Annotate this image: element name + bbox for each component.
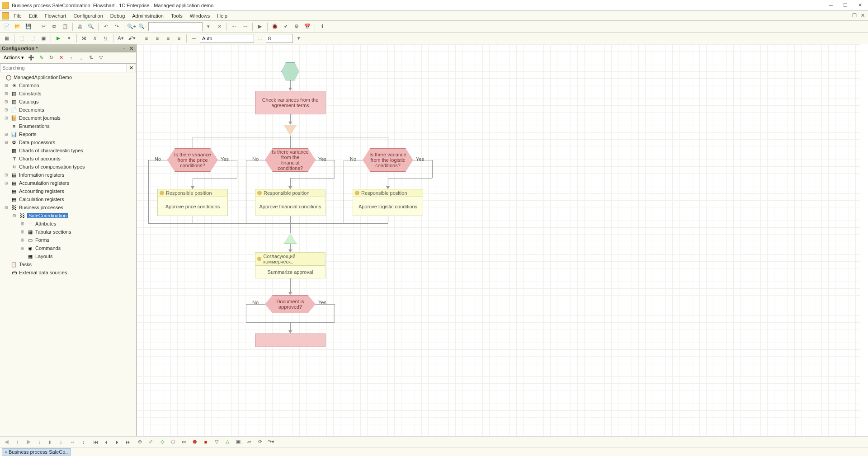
delete-icon[interactable]: ✕ <box>57 53 66 62</box>
flowchart-task-approve-logistic[interactable]: Responsible position Approve logistic co… <box>353 189 423 216</box>
bold-icon[interactable]: Ж <box>79 33 89 43</box>
flowchart-split[interactable] <box>283 125 297 136</box>
flowchart-activity-bottom[interactable] <box>255 334 326 347</box>
play-icon[interactable]: ▶ <box>53 33 63 43</box>
tree-item-external-sources[interactable]: 🗃External data sources <box>0 268 136 277</box>
copy-icon[interactable]: ⧉ <box>49 22 59 32</box>
subprocess-shape-icon[interactable]: ▣ <box>233 437 243 447</box>
calendar-icon[interactable]: 📅 <box>302 22 312 32</box>
tree-item-charts-accounts[interactable]: ₸Charts of accounts <box>0 155 136 163</box>
menu-help[interactable]: Help <box>213 12 231 19</box>
move-down-icon[interactable]: ↓ <box>76 53 85 62</box>
app-menu-icon[interactable] <box>2 12 9 19</box>
edit-pencil-icon[interactable]: ✎ <box>37 53 46 62</box>
panel-options-icon[interactable]: ▫ <box>121 45 127 52</box>
menu-flowchart[interactable]: Flowchart <box>41 12 70 19</box>
search-clear-icon[interactable]: ✕ <box>214 22 224 32</box>
add-icon[interactable]: ➕ <box>27 53 36 62</box>
search-dropdown-icon[interactable]: ▾ <box>203 22 213 32</box>
tree-item-documents[interactable]: ⊞📄Documents <box>0 106 136 114</box>
tree-bp-tabular[interactable]: ⊞▦Tabular sections <box>0 228 136 236</box>
tree-bp-commands[interactable]: ⊞◉Commands <box>0 244 136 252</box>
tree-item-catalogs[interactable]: ⊞▥Catalogs <box>0 98 136 106</box>
menu-edit[interactable]: Edit <box>25 12 41 19</box>
underline-icon[interactable]: Ч <box>101 33 111 43</box>
skip-forward-icon[interactable]: ⏭ <box>123 437 133 447</box>
tree-item-accounting-registers[interactable]: ▤Accounting registers <box>0 187 136 195</box>
tree-item-tasks[interactable]: 📋Tasks <box>0 260 136 268</box>
nav-back-icon[interactable]: ⤺ <box>229 22 239 32</box>
tree-bp-attributes[interactable]: ⊞─Attributes <box>0 220 136 228</box>
mdi-minimize-icon[interactable]: ─ <box>843 12 850 19</box>
tree-bp-layouts[interactable]: ▦Layouts <box>0 252 136 260</box>
collapse-icon[interactable]: ⊟ <box>4 205 9 210</box>
tree-item-reports[interactable]: ⊞📊Reports <box>0 130 136 138</box>
save-icon[interactable]: 💾 <box>24 22 33 32</box>
align-bottom-icon[interactable]: ⫶ <box>56 437 66 447</box>
zoom-out-icon[interactable]: 🔍- <box>137 22 147 32</box>
italic-icon[interactable]: К <box>90 33 100 43</box>
line-width-combo[interactable]: Auto <box>200 34 254 43</box>
find-icon[interactable]: 🔍 <box>86 22 96 32</box>
menu-administration[interactable]: Administration <box>128 12 167 19</box>
search-clear-button[interactable]: ✕ <box>127 63 136 72</box>
font-size-combo[interactable]: 8 <box>266 34 293 43</box>
play-dropdown-icon[interactable]: ▾ <box>64 33 74 43</box>
tree-item-char-types[interactable]: ▦Charts of characteristic types <box>0 146 136 155</box>
menu-tools[interactable]: Tools <box>167 12 186 19</box>
refresh-icon[interactable]: ↻ <box>47 53 56 62</box>
flowchart-decision-approved[interactable]: Document is approved? <box>265 295 316 313</box>
align-center-icon[interactable]: ≡ <box>152 33 162 43</box>
tree-bp-forms[interactable]: ⊞▭Forms <box>0 236 136 244</box>
flowchart-decision-logistic[interactable]: Is there variance from the logistic cond… <box>363 148 413 172</box>
menu-windows[interactable]: Windows <box>186 12 214 19</box>
minimize-button[interactable]: ─ <box>825 1 837 9</box>
close-button[interactable]: ✕ <box>854 1 866 9</box>
mdi-close-icon[interactable]: ✕ <box>859 12 866 19</box>
condition-shape-icon[interactable]: ⬣ <box>190 437 200 447</box>
nav-forward-icon[interactable]: ⤻ <box>240 22 250 32</box>
flowchart-decision-financial[interactable]: Is there variance from the financial con… <box>265 148 316 172</box>
search-input[interactable] <box>148 22 203 31</box>
align-top-icon[interactable]: ⫶ <box>34 437 44 447</box>
other-tool-icon[interactable]: ⚙ <box>292 22 302 32</box>
distribute-h-icon[interactable]: ↔ <box>68 437 78 447</box>
panel-close-icon[interactable]: ✕ <box>128 45 134 52</box>
skip-back-icon[interactable]: ⏮ <box>90 437 100 447</box>
end-shape-icon[interactable]: ⬠ <box>168 437 178 447</box>
line-style-icon[interactable]: ─ <box>189 33 199 43</box>
tree-item-compensation[interactable]: ≋Charts of compensation types <box>0 163 136 171</box>
start-shape-icon[interactable]: ◇ <box>157 437 167 447</box>
split-shape-icon[interactable]: ▽ <box>212 437 222 447</box>
flowchart-task-summarize[interactable]: Согласующий коммерческ.. Summarize appro… <box>255 252 326 278</box>
tree-item-data-processors[interactable]: ⊞⚙Data processors <box>0 138 136 146</box>
bring-front-icon[interactable]: ▣ <box>38 33 48 43</box>
flowchart-task-approve-financial[interactable]: Responsible position Approve financial c… <box>255 189 326 216</box>
filter-icon[interactable]: ▽ <box>96 53 105 62</box>
debug-icon[interactable]: 🐞 <box>270 22 280 32</box>
help-icon[interactable]: ℹ <box>317 22 327 32</box>
merge-shape-icon[interactable]: △ <box>222 437 232 447</box>
align-justify-icon[interactable]: ≡ <box>174 33 184 43</box>
group-icon[interactable]: ⬚ <box>17 33 27 43</box>
tree-item-enumerations[interactable]: ≡Enumerations <box>0 122 136 130</box>
flowchart-start[interactable] <box>281 62 299 80</box>
next-icon[interactable]: ⏵ <box>112 437 122 447</box>
sort-icon[interactable]: ⇅ <box>86 53 95 62</box>
actions-menu[interactable]: Actions ▾ <box>2 54 26 61</box>
zoom-in-icon[interactable]: 🔍+ <box>127 22 137 32</box>
tree-item-common[interactable]: ⊞✳Common <box>0 81 136 89</box>
connector-tool-icon[interactable]: ↷▾ <box>266 437 276 447</box>
zoom-fit-icon[interactable]: ⤢ <box>146 437 156 447</box>
prev-icon[interactable]: ⏴ <box>101 437 111 447</box>
align-right-icon[interactable]: ⫸ <box>24 437 33 447</box>
undo-icon[interactable]: ↶ <box>101 22 111 32</box>
stop-shape-icon[interactable]: ■ <box>201 437 211 447</box>
menu-debug[interactable]: Debug <box>107 12 128 19</box>
menu-file[interactable]: File <box>10 12 25 19</box>
activity-shape-icon[interactable]: ▭ <box>179 437 189 447</box>
data-shape-icon[interactable]: ▱ <box>244 437 254 447</box>
open-icon[interactable]: 📂 <box>13 22 23 32</box>
redo-icon[interactable]: ↷ <box>112 22 122 32</box>
tree-item-constants[interactable]: ⊞▤Constants <box>0 89 136 98</box>
